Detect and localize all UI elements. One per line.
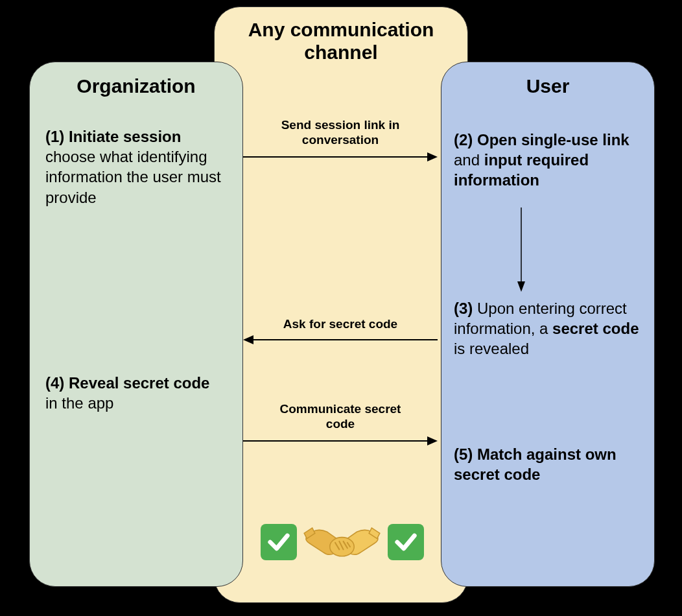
checkmark-icon <box>388 524 424 560</box>
step-1-bold: (1) Initiate session <box>45 128 181 145</box>
step-3-bold: secret code <box>552 320 639 337</box>
handshake-icon <box>301 511 382 576</box>
user-title: User <box>441 75 654 97</box>
step-4-bold: (4) Reveal secret code <box>45 374 209 392</box>
arrow-3-label: Communicate secret code <box>269 402 412 432</box>
arrow-2-label: Ask for secret code <box>269 317 412 332</box>
arrow-right-icon <box>243 149 438 169</box>
step-2-bold1: (2) Open single-use link <box>454 131 629 148</box>
step-2: (2) Open single-use link and input requi… <box>454 130 642 191</box>
step-3-num: (3) <box>454 300 477 317</box>
arrow-down-icon <box>513 207 533 292</box>
svg-marker-5 <box>427 436 438 445</box>
svg-marker-3 <box>243 335 253 344</box>
arrow-1-label: Send session link in conversation <box>259 118 421 148</box>
step-5-bold: (5) Match against own secret code <box>454 445 617 483</box>
svg-marker-1 <box>427 152 438 161</box>
step-4-text: in the app <box>45 394 113 412</box>
step-3: (3) Upon entering correct information, a… <box>454 298 642 359</box>
step-1: (1) Initiate session choose what identif… <box>45 126 227 207</box>
checkmark-icon <box>261 524 297 560</box>
middle-title: Any communication channel <box>215 19 467 64</box>
arrow-left-icon <box>243 332 438 351</box>
arrow-right-icon <box>243 433 438 453</box>
step-1-text: choose what identifying information the … <box>45 148 221 206</box>
step-5: (5) Match against own secret code <box>454 444 642 484</box>
step-2-mid: and <box>454 151 484 169</box>
step-3-text2: is revealed <box>454 340 529 357</box>
step-4: (4) Reveal secret code in the app <box>45 373 214 413</box>
organization-title: Organization <box>30 75 242 97</box>
svg-marker-7 <box>517 281 525 292</box>
